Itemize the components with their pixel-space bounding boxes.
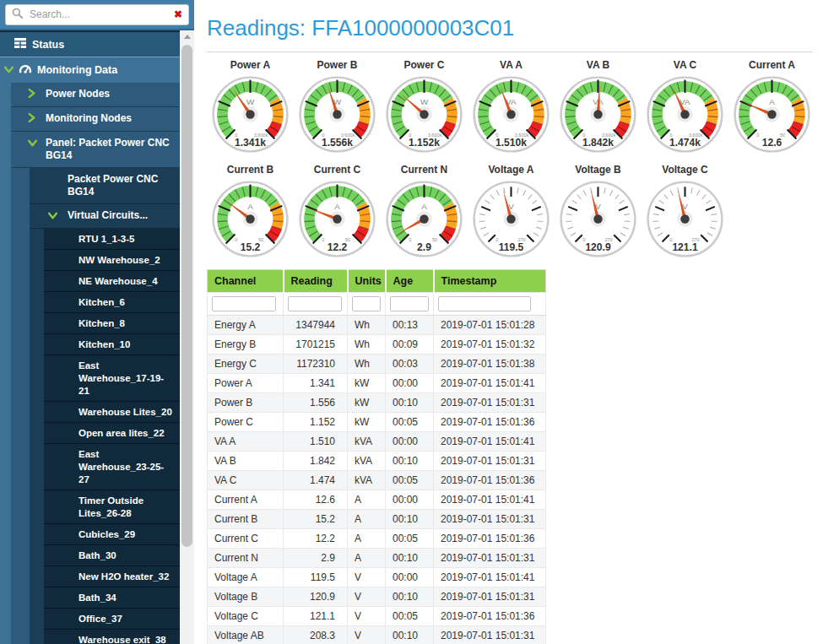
sidebar-item-east-warehouse-17-19-21[interactable]: East Warehouse_17-19-21 <box>44 355 180 402</box>
cell-reading: 1.474 <box>284 471 348 490</box>
cell-units: A <box>348 549 386 568</box>
sidebar-item-new-h2o-heater-32[interactable]: New H2O heater_32 <box>44 566 180 587</box>
column-header-timestamp[interactable]: Timestamp <box>434 270 546 293</box>
cell-timestamp: 2019-07-01 15:01:31 <box>434 452 546 471</box>
svg-text:15.2: 15.2 <box>241 241 261 253</box>
sidebar-item-packet-power-cnc-bg14[interactable]: Packet Power CNC BG14 <box>30 168 180 204</box>
cell-timestamp: 2019-07-01 15:01:41 <box>434 568 546 587</box>
svg-text:1.510k: 1.510k <box>495 137 527 149</box>
filter-input-reading[interactable] <box>288 296 342 311</box>
filter-input-age[interactable] <box>390 296 429 311</box>
sidebar-item-label: Panel: Packet Power CNC BG14 <box>46 137 173 162</box>
svg-text:A: A <box>334 202 340 211</box>
gauge-title: VA A <box>468 59 555 71</box>
svg-text:0: 0 <box>235 237 237 242</box>
sidebar-item-bath-30[interactable]: Bath_30 <box>44 545 180 566</box>
cell-age: 00:00 <box>386 568 434 587</box>
sidebar-item-status[interactable]: Status <box>0 32 180 57</box>
svg-text:0: 0 <box>756 133 759 138</box>
cell-units: kW <box>348 413 386 432</box>
filter-input-timestamp[interactable] <box>438 296 531 311</box>
svg-text:2.9: 2.9 <box>417 241 431 253</box>
column-header-age[interactable]: Age <box>386 270 434 293</box>
cell-channel: Current A <box>208 490 284 510</box>
sidebar-item-open-area-lites-22[interactable]: Open area lites_22 <box>44 423 180 444</box>
cell-age: 00:09 <box>386 335 434 354</box>
sidebar-item-power-nodes[interactable]: Power Nodes <box>11 83 180 107</box>
cell-age: 00:05 <box>386 529 434 549</box>
cell-timestamp: 2019-07-01 15:01:36 <box>434 529 546 549</box>
gauge-title: Voltage A <box>468 164 555 176</box>
table-row: Voltage B120.9V00:102019-07-01 15:01:31 <box>208 587 546 607</box>
title-divider <box>207 51 813 52</box>
search-input[interactable] <box>28 8 169 21</box>
table-row: Power C1.152kW00:052019-07-01 15:01:36 <box>208 413 546 432</box>
gauge-power-a: Power AW03.600k1.341k <box>207 57 294 154</box>
sidebar-scrollbar[interactable] <box>180 30 194 644</box>
table-row: Energy C1172310Wh00:032019-07-01 15:01:3… <box>208 354 546 374</box>
clear-search-button[interactable]: ✖ <box>174 9 182 19</box>
chevron-right-icon[interactable] <box>28 88 39 101</box>
cell-timestamp: 2019-07-01 15:01:41 <box>434 490 546 510</box>
chevron-right-icon[interactable] <box>28 112 39 126</box>
gauge-voltage-b: Voltage BV0270120.9 <box>555 162 642 258</box>
sidebar-item-ne-warehouse-4[interactable]: NE Warehouse_4 <box>44 271 180 292</box>
scrollbar-thumb[interactable] <box>181 45 192 547</box>
gauge-dial: VA03.600k1.474k <box>646 75 724 154</box>
sidebar-item-bath-34[interactable]: Bath_34 <box>44 587 180 609</box>
svg-text:1.556k: 1.556k <box>322 137 353 149</box>
scrollbar-up-arrow[interactable] <box>180 30 194 43</box>
svg-text:0: 0 <box>409 237 411 242</box>
table-row: Power A1.341kW00:002019-07-01 15:01:41 <box>208 374 546 393</box>
sidebar-item-kitchen-10[interactable]: Kitchen_10 <box>44 334 180 355</box>
cell-timestamp: 2019-07-01 15:01:41 <box>434 432 546 452</box>
sidebar-item-rtu-1-1-3-5[interactable]: RTU 1_1-3-5 <box>44 229 180 250</box>
svg-text:12.6: 12.6 <box>762 137 782 149</box>
gauge-dial: V0270120.9 <box>559 180 637 258</box>
column-header-reading[interactable]: Reading <box>284 270 348 293</box>
sidebar-item-nw-warehouse-2[interactable]: NW Warehouse_2 <box>44 250 180 271</box>
table-row: Power B1.556kW00:102019-07-01 15:01:31 <box>208 393 546 413</box>
cell-channel: Voltage C <box>208 607 284 626</box>
sidebar-item-kitchen-6[interactable]: Kitchen_6 <box>44 292 180 313</box>
cell-age: 00:10 <box>386 587 434 607</box>
chevron-down-icon[interactable] <box>28 137 39 150</box>
monitoring-children: Power NodesMonitoring NodesPanel: Packet… <box>11 83 180 644</box>
column-header-units[interactable]: Units <box>348 270 386 293</box>
table-row: VA A1.510kVA00:002019-07-01 15:01:41 <box>208 432 546 452</box>
cell-reading: 208.3 <box>284 626 348 644</box>
gauge-title: Power B <box>294 59 381 71</box>
panel-children: Packet Power CNC BG14Virtual Circuits...… <box>30 168 180 644</box>
sidebar-item-timer-outside-lites-26-28[interactable]: Timer Outside Lites_26-28 <box>44 490 180 524</box>
cell-age: 00:10 <box>386 452 434 471</box>
cell-reading: 12.2 <box>284 529 348 549</box>
sidebar-item-cubicles-29[interactable]: Cubicles_29 <box>44 524 180 545</box>
table-row: Current B15.2A00:102019-07-01 15:01:31 <box>208 510 546 529</box>
chevron-down-icon[interactable] <box>48 209 61 223</box>
table-row: VA C1.474kVA00:052019-07-01 15:01:36 <box>208 471 546 490</box>
search-box[interactable]: ✖ <box>5 4 189 25</box>
gauge-current-b: Current BA05015.2 <box>207 162 294 258</box>
sidebar-item-virtual-circuits[interactable]: Virtual Circuits... <box>30 204 180 229</box>
filter-input-channel[interactable] <box>212 296 276 311</box>
sidebar-item-label: Packet Power CNC BG14 <box>68 173 173 198</box>
cell-timestamp: 2019-07-01 15:01:31 <box>434 393 546 413</box>
gauge-title: Current C <box>294 164 381 176</box>
cell-units: V <box>348 568 386 587</box>
sidebar-item-panel-packet-power-cnc-bg14[interactable]: Panel: Packet Power CNC BG14 <box>11 132 180 168</box>
svg-text:0: 0 <box>322 237 324 242</box>
sidebar-item-monitoring-data[interactable]: Monitoring Data <box>0 57 180 83</box>
sidebar-item-kitchen-8[interactable]: Kitchen_8 <box>44 313 180 334</box>
sidebar-item-monitoring-nodes[interactable]: Monitoring Nodes <box>11 107 180 132</box>
sidebar-item-warehouse-lites-20[interactable]: Warehouse Lites_20 <box>44 402 180 423</box>
sidebar-item-office-37[interactable]: Office_37 <box>44 609 180 630</box>
filter-input-units[interactable] <box>352 296 381 311</box>
chevron-down-icon[interactable] <box>4 64 14 76</box>
table-row: Energy B1701215Wh00:092019-07-01 15:01:3… <box>208 335 546 354</box>
cell-units: Wh <box>348 335 386 354</box>
sidebar-item-east-warehouse-23-25-27[interactable]: East Warehouse_23-25-27 <box>44 444 180 490</box>
sidebar-item-warehouse-exit-38[interactable]: Warehouse exit_38 <box>44 630 180 644</box>
cell-units: V <box>348 626 386 644</box>
cell-reading: 121.1 <box>284 607 348 626</box>
column-header-channel[interactable]: Channel <box>208 270 284 293</box>
